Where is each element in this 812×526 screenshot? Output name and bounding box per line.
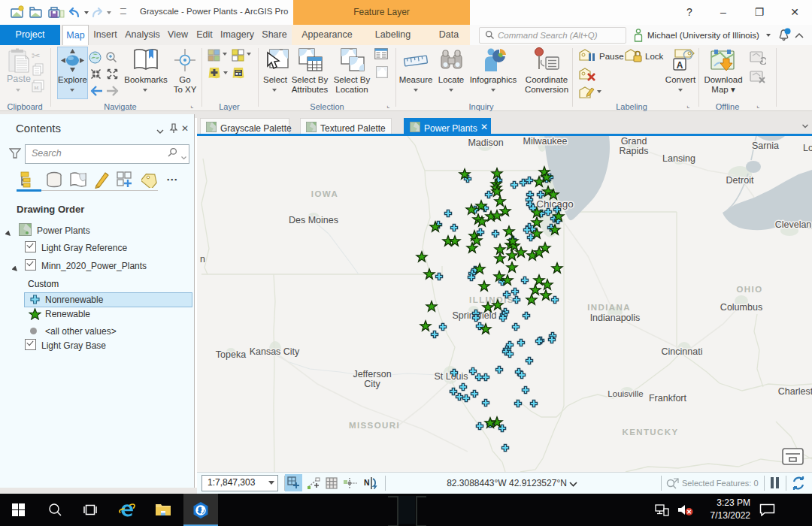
svg-text:Louisville: Louisville [607, 389, 643, 398]
svg-text:A: A [677, 60, 683, 71]
svg-text:Topeka: Topeka [216, 349, 246, 360]
svg-text:INDIANA: INDIANA [587, 303, 631, 312]
svg-text:Detroit: Detroit [726, 175, 754, 186]
svg-text:Charlest: Charlest [778, 386, 812, 397]
svg-text:Cincinnati: Cincinnati [662, 346, 703, 357]
svg-text:Jefferson: Jefferson [353, 369, 391, 379]
svg-text:MISSOURI: MISSOURI [349, 421, 400, 430]
svg-text:Columbus: Columbus [720, 302, 762, 313]
svg-text:Sarnia: Sarnia [752, 141, 779, 151]
svg-text:n: n [200, 254, 205, 265]
svg-text:Frankfort: Frankfort [649, 393, 687, 404]
svg-text:Lo: Lo [803, 143, 812, 153]
svg-text:Grand: Grand [621, 136, 647, 147]
svg-text:Milwaukee: Milwaukee [523, 136, 567, 147]
svg-text:Rapids: Rapids [620, 146, 649, 156]
svg-text:KENTUCKY: KENTUCKY [622, 428, 678, 437]
svg-text:Kansas City: Kansas City [250, 346, 300, 357]
svg-text:City: City [364, 379, 380, 389]
svg-text:N: N [364, 478, 370, 487]
svg-text:M.: M. [33, 85, 40, 91]
svg-text:Des Moines: Des Moines [289, 215, 338, 225]
svg-text:Indianapolis: Indianapolis [590, 313, 641, 323]
svg-text:Clevelan: Clevelan [775, 219, 812, 230]
svg-text:IOWA: IOWA [311, 189, 338, 198]
svg-text:Madison: Madison [468, 138, 503, 148]
svg-text:OHIO: OHIO [737, 285, 763, 294]
svg-text:Lansing: Lansing [662, 153, 695, 164]
